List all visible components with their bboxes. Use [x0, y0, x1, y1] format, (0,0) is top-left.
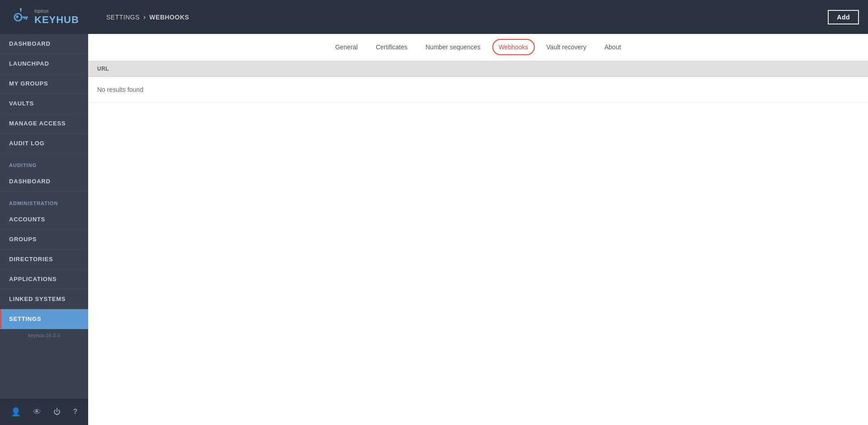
- sidebar-item-directories[interactable]: DIRECTORIES: [0, 249, 88, 269]
- power-icon[interactable]: ⏻: [50, 406, 64, 418]
- app-name: KEYHUB: [34, 14, 79, 26]
- sidebar-item-settings[interactable]: SETTINGS: [0, 309, 88, 329]
- breadcrumb: SETTINGS › WEBHOOKS: [97, 13, 828, 21]
- sidebar-item-audit-log[interactable]: AUDIT LOG: [0, 134, 88, 153]
- app-logo-icon: [9, 5, 33, 29]
- tab-vault-recovery[interactable]: Vault recovery: [538, 35, 595, 60]
- auditing-section-header: AUDITING: [0, 153, 88, 172]
- url-column-header: URL: [97, 66, 109, 72]
- tab-webhooks[interactable]: Webhooks: [490, 35, 538, 60]
- top-bar: topicus KEYHUB SETTINGS › WEBHOOKS Add: [0, 0, 868, 34]
- add-button[interactable]: Add: [828, 10, 859, 24]
- sidebar-item-applications[interactable]: APPLICATIONS: [0, 269, 88, 289]
- breadcrumb-current: WEBHOOKS: [149, 14, 189, 21]
- sidebar-item-groups[interactable]: GROUPS: [0, 229, 88, 249]
- logo-area: topicus KEYHUB: [9, 5, 97, 29]
- sidebar-item-launchpad[interactable]: LAUNCHPAD: [0, 54, 88, 74]
- help-icon[interactable]: ?: [70, 406, 81, 418]
- user-icon[interactable]: 👤: [7, 405, 24, 419]
- breadcrumb-separator: ›: [143, 13, 146, 21]
- sidebar-item-vaults[interactable]: VAULTS: [0, 94, 88, 114]
- sidebar-item-linked-systems[interactable]: LINKED SYSTEMS: [0, 289, 88, 309]
- sidebar-footer: 👤 👁 ⏻ ?: [0, 399, 88, 425]
- tab-about[interactable]: About: [595, 35, 630, 60]
- content-area: General Certificates Number sequences We…: [88, 34, 868, 425]
- main-layout: DASHBOARD LAUNCHPAD MY GROUPS VAULTS MAN…: [0, 34, 868, 425]
- administration-section-header: ADMINISTRATION: [0, 191, 88, 210]
- sidebar-item-my-groups[interactable]: MY GROUPS: [0, 74, 88, 94]
- svg-point-5: [16, 15, 19, 18]
- sidebar-item-dashboard[interactable]: DASHBOARD: [0, 34, 88, 54]
- sidebar-item-auditing-dashboard[interactable]: DASHBOARD: [0, 172, 88, 191]
- app-version: keyhub-16.3-3: [0, 329, 88, 344]
- company-name: topicus: [34, 9, 79, 14]
- sidebar-item-manage-access[interactable]: MANAGE ACCESS: [0, 114, 88, 134]
- tab-general[interactable]: General: [326, 35, 367, 60]
- sidebar-item-accounts[interactable]: ACCOUNTS: [0, 210, 88, 229]
- table-header-row: URL: [88, 61, 868, 77]
- sidebar: DASHBOARD LAUNCHPAD MY GROUPS VAULTS MAN…: [0, 34, 88, 425]
- svg-point-7: [20, 8, 22, 10]
- tab-certificates[interactable]: Certificates: [367, 35, 416, 60]
- table-area: URL No results found: [88, 61, 868, 425]
- no-results-message: No results found: [88, 77, 868, 103]
- eye-icon[interactable]: 👁: [29, 406, 45, 419]
- tab-number-sequences[interactable]: Number sequences: [416, 35, 489, 60]
- tab-bar: General Certificates Number sequences We…: [88, 34, 868, 61]
- breadcrumb-root: SETTINGS: [106, 14, 140, 21]
